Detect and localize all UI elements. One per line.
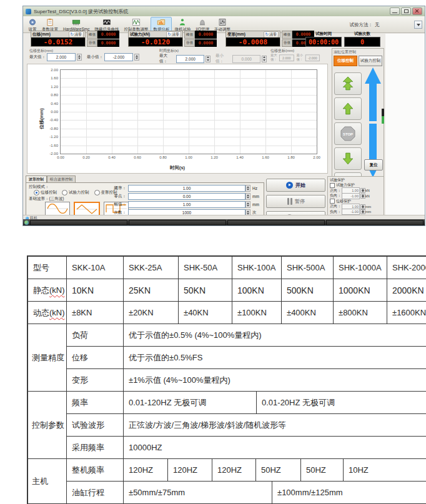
model-cell: SHK-2000A: [387, 257, 426, 279]
table-row-static: 静态(kN) 10KN 25KN 50KN 100KN 500KN 1000KN…: [28, 279, 426, 302]
displacement-axis-group-2: 位移坐标(mm) 最大值： 2.000 最小值： -2.000: [270, 48, 330, 62]
up-arrow-icon: [342, 102, 354, 115]
radio-icon: [94, 190, 100, 195]
frequency-input[interactable]: 1.00: [128, 185, 245, 192]
disp2-axis-min-input: -2.000: [305, 54, 320, 61]
peak-value: 0.0000: [97, 31, 119, 39]
taskbar-window-button[interactable]: [326, 220, 424, 225]
taskbar-window-button[interactable]: [30, 220, 127, 225]
header-cell: 型号: [28, 257, 67, 279]
y-tick-label: -1.20: [49, 135, 58, 139]
up-button[interactable]: [334, 97, 362, 120]
zero-input[interactable]: 0.00: [128, 193, 245, 200]
disp-axis-max-input[interactable]: 2.000: [47, 53, 76, 61]
tab-wave-control[interactable]: 波形控制: [26, 175, 47, 182]
spinner[interactable]: [134, 54, 139, 61]
test-method-dropdown[interactable]: [414, 21, 422, 29]
row-label-cell: 负荷: [67, 324, 124, 346]
peak-label: 峰值: [282, 31, 292, 39]
spinner[interactable]: [77, 54, 82, 61]
v-gridline: [214, 70, 215, 154]
tab-combo-wave-control[interactable]: 组合波形控制: [47, 175, 76, 182]
time-axis-min-input: 0.000: [232, 55, 260, 63]
realtime-chart: 位移(mm) 2.001.601.200.800.400.00-0.40-0.8…: [27, 64, 328, 174]
value-cell: 500KN: [282, 279, 334, 301]
time-axis-group: 时间坐标(s) 最大值： 2.000 最小值： 0.000: [159, 48, 267, 62]
level-indicator: [382, 109, 384, 124]
deformation-value: -0.0008: [226, 37, 280, 46]
signal-curve-icon: [102, 18, 111, 26]
x-tick-label: 1.00: [185, 156, 192, 159]
value-cell: 2000KN: [387, 279, 426, 301]
time-axis-max-input[interactable]: 2.000: [176, 55, 204, 63]
max-label: 最大值：: [29, 54, 46, 60]
stop-button[interactable]: STOP: [334, 122, 362, 145]
refresh-icon: ↻: [71, 32, 74, 37]
spinner[interactable]: [245, 193, 250, 200]
displacement-display-group: 位移(mm) ↻清零 -0.0152 峰值0.0000 谷值0.0000: [31, 31, 119, 47]
force-display-group: 试验力(kN) ↻清零 -0.0120 峰值0.0000 谷值0.0000: [128, 31, 217, 47]
table-section-accuracy: 测量精度 负荷 优于示值的±0.5% (4%~100%量程内) 位移 优于示值的…: [28, 324, 426, 392]
model-cell: SHK-50A: [179, 257, 232, 279]
pause-button[interactable]: 暂停: [266, 195, 325, 208]
disp-axis-min-input[interactable]: -2.000: [104, 53, 133, 61]
reset-button[interactable]: 复位: [364, 159, 383, 170]
spinner: [360, 188, 365, 193]
y-tick-label: -0.80: [49, 127, 58, 131]
start-orb-icon[interactable]: [24, 220, 29, 225]
value-cell: 10HZ: [344, 459, 426, 481]
amplitude-field: 幅值： 1.00 mm: [106, 201, 261, 208]
spinner: [360, 204, 365, 209]
force-control-button[interactable]: 试验力控制: [359, 56, 382, 66]
value-cell: 120HZ: [212, 459, 256, 481]
protection-panel: 试验保护 试验力保护 正向：1.00kN 负向：-1.00kN 位移保护 正向：…: [327, 176, 384, 215]
value-cell: 0.01-120HZ 无极可调: [124, 392, 257, 413]
displacement-control-button[interactable]: 位移控制: [334, 56, 357, 66]
app-window: SuperTest_DSC[V3.0.0] 疲劳试验控制系统 设置 参数设置 H…: [22, 6, 425, 226]
taskbar-window-button[interactable]: [129, 220, 226, 225]
clear-deformation-button[interactable]: ↻清零: [264, 31, 279, 38]
valley-label: 谷值: [184, 39, 195, 47]
clear-force-button[interactable]: ↻清零: [166, 31, 181, 38]
fast-up-button[interactable]: [334, 72, 362, 95]
min-label: 最小值：: [87, 54, 103, 60]
peak-value: 0.0000: [195, 31, 217, 39]
taskbar-window-button[interactable]: [227, 220, 325, 225]
x-tick-label: 1.20: [211, 156, 218, 159]
big-up-arrow-icon: [365, 67, 381, 121]
spinner: [360, 194, 365, 199]
spinner: [262, 56, 267, 62]
v-gridline: [265, 70, 266, 154]
wave-control-panel: 波形控制 组合波形控制 控制模式： 位移控制 试验力控制 变形控制 基础波形：(…: [26, 175, 264, 215]
radio-force-control[interactable]: 试验力控制: [62, 190, 89, 195]
amplitude-input[interactable]: 1.00: [128, 201, 245, 208]
y-tick-label: 0.40: [51, 102, 58, 106]
chart-y-axis-label: 位移(mm): [39, 108, 45, 129]
close-button[interactable]: [412, 7, 422, 15]
minimize-button[interactable]: [390, 7, 400, 15]
radio-displacement-control[interactable]: 位移控制: [34, 190, 57, 195]
app-icon: [26, 9, 31, 14]
spinner[interactable]: [245, 185, 250, 192]
clear-displacement-button[interactable]: ↻清零: [69, 31, 84, 38]
peak-label: 峰值: [184, 31, 195, 39]
spinner[interactable]: [206, 56, 211, 62]
row-label-cell: 位移: [67, 347, 124, 368]
sine-wave-button[interactable]: [45, 202, 70, 215]
row-label-cell: 采用频率: [67, 437, 124, 458]
maximize-button[interactable]: [401, 7, 411, 15]
field-label: 频率：: [106, 185, 126, 191]
model-cell: SKK-10A: [67, 257, 124, 279]
table-row: 负荷 优于示值的±0.5% (4%~100%量程内): [67, 324, 426, 347]
y-tick-label: 0.80: [51, 93, 58, 97]
model-cell: SHK-500A: [282, 257, 334, 279]
spinner[interactable]: [245, 201, 250, 208]
start-button[interactable]: 开始: [266, 179, 325, 192]
value-cell: 100KN: [232, 279, 282, 301]
down-button[interactable]: [334, 147, 362, 170]
v-gridline: [189, 70, 189, 154]
value-cell: ±1600KN: [387, 302, 426, 324]
row-label-cell: 变形: [67, 369, 124, 391]
x-tick-label: 0.40: [108, 156, 116, 159]
refresh-icon: ↻: [168, 32, 171, 37]
